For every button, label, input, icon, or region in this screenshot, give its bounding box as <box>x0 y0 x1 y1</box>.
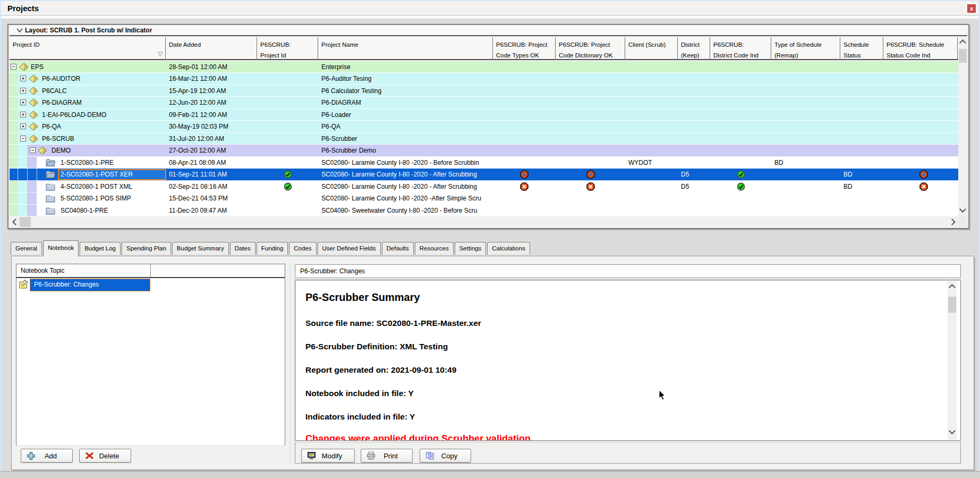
collapse-minus-icon[interactable] <box>30 147 36 153</box>
project-folder-icon <box>46 182 55 191</box>
detail-scroll-up-icon[interactable] <box>949 284 956 291</box>
code-types-indicator-fail-icon <box>520 170 529 179</box>
tab-calculations[interactable]: Calculations <box>487 242 530 255</box>
grid-row-1-EAI-P6LOAD-DEMO[interactable]: 1-EAI-P6LOAD-DEMO09-Feb-21 12:00 AMP6-Lo… <box>10 109 958 121</box>
detail-header-label: P6-Scrubber: Changes <box>300 267 365 275</box>
scroll-left-icon[interactable] <box>12 219 19 225</box>
grid-row-5-SC02080-1 POS SIMP[interactable]: 5-SC02080-1 POS SIMP15-Dec-21 04:53 PMSC… <box>10 192 958 204</box>
close-icon[interactable]: x <box>967 4 976 13</box>
tab-codes[interactable]: Codes <box>289 242 316 255</box>
layout-bar[interactable]: Layout: SCRUB 1. Post Scrub w/ Indicator <box>10 25 967 36</box>
add-button[interactable]: Add <box>21 449 73 463</box>
column-header-5[interactable]: P6SCRUB: ProjectCode Dictionary OK <box>556 37 625 60</box>
tab-budget-log[interactable]: Budget Log <box>80 242 121 255</box>
expand-plus-icon[interactable] <box>20 88 26 94</box>
expand-plus-icon[interactable] <box>20 99 26 105</box>
column-header-label-line: P6SCRUB: Project <box>496 39 553 50</box>
column-header-2[interactable]: P6SCRUB:Project Id <box>257 37 318 60</box>
grid-row-EPS[interactable]: EPS28-Sep-01 12:00 AMEnterprise <box>10 61 958 73</box>
column-header-label-line: Code Types OK <box>496 50 553 60</box>
column-header-0[interactable]: Project ID <box>10 37 166 60</box>
column-header-label: Project ID <box>13 41 40 48</box>
grid-row-2-SC02080-1-POST XER[interactable]: 2-SC02080-1-POST XER01-Sep-21 11:01 AMSC… <box>10 169 958 180</box>
tab-label: Spending Plan <box>126 245 166 251</box>
tab-dates[interactable]: Dates <box>230 242 255 255</box>
cell-project-id: 5-SC02080-1 POS SIMP <box>61 192 166 204</box>
column-header-8[interactable]: P6SCRUB:District Code Ind <box>710 37 771 60</box>
modify-button[interactable]: Modify <box>301 449 355 463</box>
plus-bar <box>23 101 23 104</box>
collapse-minus-icon[interactable] <box>20 136 26 141</box>
copy-button[interactable]: Copy <box>420 449 471 463</box>
grid-vscroll-thumb[interactable] <box>959 49 967 63</box>
collapse-minus-icon[interactable] <box>11 64 16 70</box>
titlebar: Projects <box>1 1 979 15</box>
delete-button[interactable]: Delete <box>79 449 131 463</box>
detail-vertical-scrollbar[interactable] <box>948 281 957 440</box>
grid-row-P6-AUDITOR[interactable]: P6-AUDITOR16-Mar-21 12:00 AMP6-Auditor T… <box>10 73 958 85</box>
topic-row[interactable]: P6-Scrubber: Changes <box>16 279 285 291</box>
tree-indent-band <box>18 157 27 169</box>
scroll-down-icon[interactable] <box>959 206 966 213</box>
eps-node-icon <box>19 63 29 71</box>
pane-splitter[interactable] <box>290 264 291 463</box>
tab-funding[interactable]: Funding <box>257 242 288 255</box>
tab-user-defined-fields[interactable]: User Defined Fields <box>318 242 381 255</box>
grid-row-SC04080-1-PRE[interactable]: SC04080-1-PRE11-Dec-20 09:47 AMSC04080- … <box>10 205 958 216</box>
grid-row-4-SC02080-1 POST XML[interactable]: 4-SC02080-1 POST XML02-Sep-21 08:16 AMSC… <box>10 181 958 192</box>
tree-indent-band <box>18 145 27 156</box>
grid-horizontal-scrollbar[interactable] <box>10 216 958 228</box>
tab-label: Resources <box>420 245 449 251</box>
column-header-10[interactable]: ScheduleStatus <box>840 37 883 60</box>
column-header-3[interactable]: Project Name <box>318 37 493 60</box>
detail-title: P6-Scrubber Summary <box>305 291 420 304</box>
column-header-4[interactable]: P6SCRUB: ProjectCode Types OK <box>493 37 556 60</box>
layout-bar-label: Layout: SCRUB 1. Post Scrub w/ Indicator <box>25 27 152 34</box>
scroll-up-icon[interactable] <box>959 39 966 46</box>
tree-indent-band <box>10 85 18 97</box>
detail-scroll-down-icon[interactable] <box>949 427 956 434</box>
tab-defaults[interactable]: Defaults <box>382 242 414 255</box>
cell-project-id: P6-QA <box>42 121 166 132</box>
expand-plus-icon[interactable] <box>20 76 26 81</box>
expand-plus-icon[interactable] <box>20 123 26 129</box>
tab-budget-summary[interactable]: Budget Summary <box>172 242 229 255</box>
grid-row-P6-QA[interactable]: P6-QA30-May-19 02:03 PMP6-QA <box>10 121 958 132</box>
tab-settings[interactable]: Settings <box>455 242 487 255</box>
grid-row-P6-SCRUB[interactable]: P6-SCRUB31-Jul-20 12:00 AMP6-Scrubber <box>10 133 958 145</box>
grid-row-P6CALC[interactable]: P6CALC15-Apr-19 12:00 AMP6 Calculator Te… <box>10 85 958 97</box>
cell-client: WYDOT <box>628 157 677 169</box>
window-title: Projects <box>7 4 39 13</box>
grid-rows: EPS28-Sep-01 12:00 AMEnterpriseP6-AUDITO… <box>10 61 958 216</box>
cell-project-id: P6CALC <box>42 85 166 97</box>
tree-indent-band <box>10 181 18 192</box>
grid-vertical-scrollbar[interactable] <box>958 37 967 216</box>
column-header-11[interactable]: P6SCRUB: ScheduleStatus Code Ind <box>883 37 958 60</box>
grid-row-1-SC02080-1-PRE[interactable]: 1-SC02080-1-PRE08-Apr-21 08:09 AMSC02080… <box>10 157 958 169</box>
tab-general[interactable]: General <box>11 242 42 255</box>
cell-project-name: P6-QA <box>321 121 492 132</box>
tab-resources[interactable]: Resources <box>415 242 454 255</box>
expand-plus-icon[interactable] <box>20 112 26 118</box>
column-header-1[interactable]: Date Added <box>166 37 257 60</box>
tab-spending-plan[interactable]: Spending Plan <box>122 242 171 255</box>
column-header-7[interactable]: District(Keep) <box>678 37 710 60</box>
detail-vscroll-thumb[interactable] <box>948 297 956 313</box>
column-header-6[interactable]: Client (Scrub) <box>625 37 678 60</box>
selection-band-line <box>37 169 37 180</box>
tab-notebook[interactable]: Notebook <box>43 240 79 256</box>
grid-row-P6-DIAGRAM[interactable]: P6-DIAGRAM12-Jun-20 12:00 AMP6-DIAGRAM <box>10 97 958 108</box>
topic-column-separator <box>150 264 151 277</box>
mouse-cursor <box>659 390 666 400</box>
grid-hscroll-thumb[interactable] <box>20 217 31 227</box>
delete-x-icon <box>85 451 94 460</box>
tab-label: Dates <box>235 245 251 251</box>
scroll-right-icon[interactable] <box>949 219 956 225</box>
grid-row-DEMO[interactable]: DEMO27-Oct-20 12:00 AMP6-Scrubber Demo <box>10 145 958 156</box>
print-button[interactable]: Print <box>361 449 413 463</box>
print-button-label: Print <box>376 452 412 460</box>
column-header-9[interactable]: Type of Schedule(Remap) <box>771 37 840 60</box>
cell-date-added: 09-Feb-21 12:00 AM <box>169 109 257 121</box>
detail-line-1: P6-Scrubber Definition: XML Testing <box>305 342 448 351</box>
eps-node-icon <box>29 135 38 143</box>
